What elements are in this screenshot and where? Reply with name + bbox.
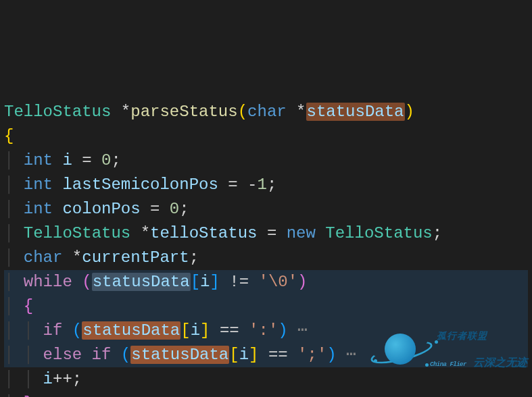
code-token: currentPart bbox=[82, 248, 189, 267]
code-token: = bbox=[72, 151, 101, 169]
code-token: ; bbox=[189, 248, 199, 267]
code-token: │ bbox=[4, 273, 24, 291]
code-line[interactable]: │ int i = 0; bbox=[4, 149, 528, 173]
code-token: │ │ bbox=[4, 346, 43, 364]
code-token: │ bbox=[4, 151, 24, 169]
code-token: ⋯ bbox=[288, 321, 308, 340]
code-token: * bbox=[72, 248, 82, 267]
code-token: int bbox=[24, 151, 63, 169]
code-token: i bbox=[191, 321, 200, 340]
code-token: ( bbox=[82, 273, 91, 291]
code-line[interactable]: │ TelloStatus *telloStatus = new TelloSt… bbox=[4, 221, 528, 246]
code-line[interactable]: │ │ if (statusData[i] == ':') ⋯ bbox=[4, 319, 528, 343]
code-token: ';' bbox=[297, 346, 327, 364]
code-token: '\0' bbox=[259, 273, 298, 291]
code-token: if bbox=[43, 321, 72, 340]
code-token: char bbox=[247, 103, 296, 121]
code-token: ; bbox=[433, 224, 442, 242]
code-token: { bbox=[4, 127, 14, 145]
code-token: [ bbox=[229, 346, 239, 364]
code-token: ( bbox=[238, 103, 247, 121]
code-token: statusData bbox=[82, 321, 180, 340]
code-token: parseStatus bbox=[130, 103, 237, 121]
code-token: { bbox=[24, 297, 33, 315]
code-token: ( bbox=[121, 346, 130, 364]
code-token: ) bbox=[278, 321, 287, 340]
code-line[interactable]: │ int colonPos = 0; bbox=[4, 197, 528, 221]
code-token: │ bbox=[4, 248, 24, 267]
code-token: ( bbox=[72, 321, 82, 340]
code-token: │ bbox=[4, 297, 24, 315]
code-token: != bbox=[220, 273, 259, 291]
code-token: } bbox=[24, 394, 33, 397]
code-token: statusData bbox=[306, 103, 405, 121]
code-token: lastSemicolonPos bbox=[62, 176, 218, 194]
code-token: i bbox=[62, 151, 72, 169]
code-token: telloStatus bbox=[150, 224, 257, 242]
code-token: 0 bbox=[170, 200, 179, 218]
code-token: == bbox=[258, 346, 297, 364]
code-token: * bbox=[296, 103, 306, 121]
code-token: │ │ bbox=[4, 321, 43, 340]
code-token: colonPos bbox=[62, 200, 140, 218]
code-token: TelloStatus bbox=[24, 224, 141, 242]
code-token: ) bbox=[327, 346, 336, 364]
code-line[interactable]: │ char *currentPart; bbox=[4, 246, 528, 270]
code-token: statusData bbox=[92, 273, 191, 291]
code-token: statusData bbox=[130, 346, 229, 364]
code-line[interactable]: │ while (statusData[i] != '\0') bbox=[4, 270, 528, 294]
code-token: │ │ bbox=[4, 370, 43, 388]
code-token: char bbox=[24, 248, 72, 267]
code-token: ; bbox=[267, 176, 276, 194]
code-token: TelloStatus bbox=[4, 103, 121, 121]
code-token: │ bbox=[4, 394, 24, 397]
code-token: │ bbox=[4, 200, 24, 218]
code-token: while bbox=[24, 273, 82, 291]
code-token: ++; bbox=[53, 370, 82, 388]
code-token: int bbox=[24, 200, 63, 218]
code-line[interactable]: TelloStatus *parseStatus(char *statusDat… bbox=[4, 100, 528, 124]
code-token: * bbox=[141, 224, 150, 242]
code-line[interactable]: │ int lastSemicolonPos = -1; bbox=[4, 173, 528, 197]
code-token: else if bbox=[43, 346, 121, 364]
code-token: == bbox=[210, 321, 249, 340]
code-token: TelloStatus bbox=[325, 224, 432, 242]
code-token: ) bbox=[405, 103, 414, 121]
code-token: new bbox=[287, 224, 326, 242]
code-token: ] bbox=[210, 273, 219, 291]
code-token: [ bbox=[191, 273, 200, 291]
code-token: 0 bbox=[101, 151, 111, 169]
code-token: = bbox=[257, 224, 286, 242]
code-line[interactable]: │ } bbox=[4, 392, 528, 397]
code-token: = - bbox=[218, 176, 258, 194]
code-token: * bbox=[121, 103, 130, 121]
code-token: ⋯ bbox=[337, 346, 356, 364]
code-token: ) bbox=[297, 273, 307, 291]
code-token: int bbox=[24, 176, 63, 194]
code-line[interactable]: { bbox=[4, 124, 528, 149]
code-line[interactable]: │ │ else if (statusData[i] == ';') ⋯ bbox=[4, 343, 528, 367]
code-line[interactable]: │ { bbox=[4, 294, 528, 319]
code-token: i bbox=[43, 370, 53, 388]
code-token: ':' bbox=[249, 321, 278, 340]
code-token: │ bbox=[4, 224, 24, 242]
code-token: ] bbox=[200, 321, 210, 340]
code-token: [ bbox=[180, 321, 190, 340]
code-token: 1 bbox=[257, 176, 266, 194]
code-token: i bbox=[239, 346, 249, 364]
code-token: ; bbox=[179, 200, 189, 218]
code-token: ; bbox=[111, 151, 120, 169]
code-line[interactable]: │ │ i++; bbox=[4, 367, 528, 392]
code-token: │ bbox=[4, 176, 24, 194]
code-token: i bbox=[200, 273, 210, 291]
code-token: = bbox=[141, 200, 170, 218]
code-editor[interactable]: TelloStatus *parseStatus(char *statusDat… bbox=[0, 97, 532, 397]
code-token: ] bbox=[249, 346, 258, 364]
